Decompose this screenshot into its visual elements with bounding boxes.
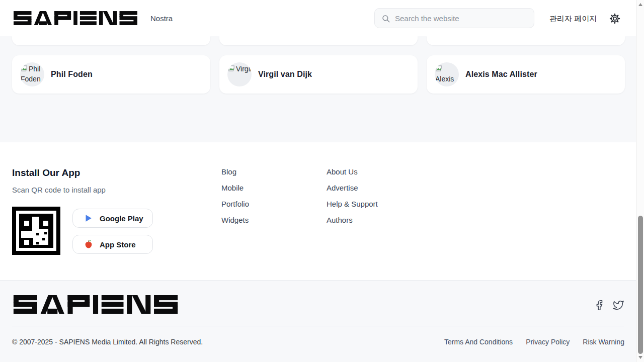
privacy-policy-link[interactable]: Privacy Policy	[526, 338, 570, 346]
footer-link-portfolio[interactable]: Portfolio	[221, 200, 249, 208]
facebook-icon[interactable]	[594, 300, 605, 311]
avatar-alt-text: Alexis	[435, 75, 454, 83]
top-navbar: Nostra 관리자 페이지	[0, 0, 636, 36]
search-input[interactable]	[395, 9, 531, 28]
card-row-partial[interactable]	[427, 36, 625, 45]
qr-code	[12, 207, 60, 255]
app-store-label: App Store	[100, 240, 136, 249]
footer-link-about-us[interactable]: About Us	[327, 167, 378, 175]
avatar: Alexis	[435, 62, 459, 86]
footer-bottom: © 2007-2025 - SAPIENS Media Limited. All…	[0, 280, 636, 362]
footer-link-advertise[interactable]: Advertise	[327, 184, 378, 192]
scrollbar-thumb[interactable]	[638, 216, 643, 354]
avatar-alt-text: Virgil	[236, 65, 252, 73]
search-box[interactable]	[374, 8, 534, 28]
google-play-label: Google Play	[100, 214, 143, 223]
terms-link[interactable]: Terms And Conditions	[444, 338, 513, 346]
player-card[interactable]: Phil Foden Phil Foden	[12, 55, 210, 94]
sapiens-footer-logo[interactable]	[12, 295, 179, 314]
nav-label-nostra[interactable]: Nostra	[150, 14, 173, 23]
card-row-partial[interactable]	[12, 36, 210, 45]
apple-icon	[84, 240, 93, 249]
footer-link-blog[interactable]: Blog	[221, 167, 249, 175]
install-app-title: Install Our App	[12, 167, 80, 178]
admin-page-link[interactable]: 관리자 페이지	[549, 14, 597, 24]
footer-link-mobile[interactable]: Mobile	[221, 184, 249, 192]
search-icon	[381, 14, 390, 23]
install-app-subtitle: Scan QR code to install app	[12, 186, 106, 194]
footer-link-help-support[interactable]: Help & Support	[327, 200, 378, 208]
scroll-down-arrow-icon[interactable]	[638, 356, 642, 359]
legal-links: Terms And Conditions Privacy Policy Risk…	[444, 338, 624, 346]
player-card[interactable]: Virgil Virgil van Dijk	[219, 55, 418, 94]
risk-warning-link[interactable]: Risk Warning	[583, 338, 624, 346]
player-name: Virgil van Dijk	[258, 70, 312, 79]
google-play-button[interactable]: Google Play	[72, 209, 153, 228]
social-icons	[594, 300, 624, 311]
footer-main: Install Our App Scan QR code to install …	[0, 142, 636, 280]
vertical-scrollbar[interactable]	[636, 0, 644, 362]
footer-links-column-1: Blog Mobile Portfolio Widgets	[221, 167, 249, 232]
footer-link-widgets[interactable]: Widgets	[221, 216, 249, 224]
avatar: Virgil	[227, 62, 252, 86]
player-name: Alexis Mac Allister	[465, 70, 537, 79]
footer-link-authors[interactable]: Authors	[327, 216, 378, 224]
gear-icon[interactable]	[609, 13, 620, 24]
footer-divider	[12, 326, 624, 326]
broken-image-icon	[435, 65, 443, 72]
card-row-partial[interactable]	[219, 36, 418, 45]
sapiens-logo[interactable]	[14, 11, 137, 25]
page: Nostra 관리자 페이지	[0, 0, 644, 362]
copyright-text: © 2007-2025 - SAPIENS Media Limited. All…	[12, 338, 203, 346]
broken-image-icon	[228, 65, 235, 72]
player-card[interactable]: Alexis Alexis Mac Allister	[427, 55, 625, 94]
broken-image-icon	[21, 65, 28, 72]
player-name: Phil Foden	[51, 70, 93, 79]
app-store-button[interactable]: App Store	[72, 235, 153, 254]
twitter-icon[interactable]	[613, 300, 624, 311]
avatar: Phil Foden	[20, 62, 44, 86]
play-icon	[84, 214, 93, 223]
scroll-up-arrow-icon[interactable]	[638, 3, 642, 6]
footer-links-column-2: About Us Advertise Help & Support Author…	[327, 167, 378, 232]
